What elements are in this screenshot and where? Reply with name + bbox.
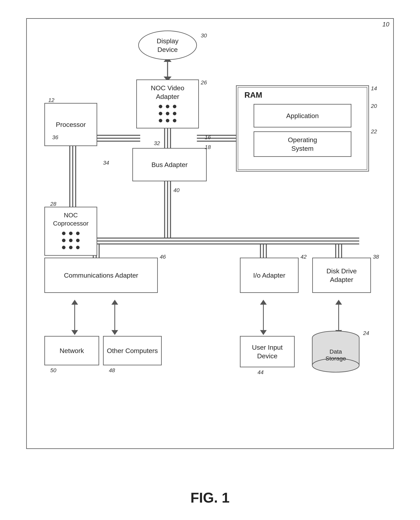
ref-26: 26	[201, 79, 207, 86]
ref-48: 48	[109, 367, 115, 373]
ref-44: 44	[257, 369, 263, 375]
ref-12: 12	[48, 97, 54, 103]
ref-14: 14	[371, 85, 377, 92]
ref-18: 18	[205, 144, 211, 150]
page: 10	[15, 10, 405, 510]
svg-marker-40	[112, 300, 118, 305]
ref-28: 28	[50, 201, 56, 207]
svg-text:Data: Data	[330, 348, 342, 355]
data-storage: Data Storage	[310, 330, 361, 373]
application: Application	[254, 104, 351, 127]
noc-coprocessor: NOCCoprocessor	[44, 207, 97, 256]
svg-marker-38	[71, 330, 78, 335]
display-device: DisplayDevice	[138, 31, 197, 60]
communications-adapter: Communications Adapter	[44, 258, 158, 293]
ref-10: 10	[382, 21, 389, 28]
ref-46: 46	[160, 254, 166, 260]
diagram-container: 10	[26, 18, 394, 449]
bus-adapter: Bus Adapter	[132, 148, 207, 181]
figure-label: FIG. 1	[190, 490, 230, 506]
user-input-device: User InputDevice	[240, 336, 295, 367]
noc-video-adapter: NOC VideoAdapter	[136, 79, 199, 128]
io-adapter: I/o Adapter	[240, 258, 299, 293]
svg-marker-41	[112, 330, 118, 335]
operating-system: OperatingSystem	[254, 131, 351, 157]
ref-36: 36	[52, 134, 58, 140]
ref-42: 42	[300, 254, 307, 260]
ref-24: 24	[363, 330, 369, 336]
ref-34: 34	[103, 160, 109, 166]
svg-marker-43	[260, 300, 267, 305]
ref-30: 30	[201, 32, 207, 39]
ref-50: 50	[50, 367, 56, 373]
ref-32: 32	[154, 140, 160, 147]
svg-text:Storage: Storage	[325, 355, 346, 362]
ref-22: 22	[371, 128, 377, 135]
svg-marker-37	[71, 300, 78, 305]
network: Network	[44, 336, 99, 365]
other-computers: Other Computers	[103, 336, 162, 365]
ref-20: 20	[371, 103, 377, 109]
svg-marker-44	[260, 330, 267, 335]
ram-container: RAM Application OperatingSystem	[236, 85, 369, 171]
data-storage-svg: Data Storage	[310, 330, 361, 373]
noc-grid-video	[157, 103, 178, 124]
ref-40: 40	[173, 187, 180, 194]
noc-grid-coprocessor	[60, 230, 82, 251]
ref-16: 16	[205, 134, 211, 140]
svg-marker-46	[335, 300, 342, 305]
ref-38: 38	[373, 254, 379, 260]
disk-drive-adapter: Disk DriveAdapter	[312, 258, 371, 293]
